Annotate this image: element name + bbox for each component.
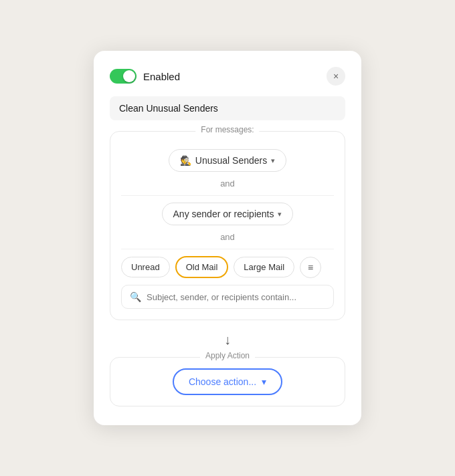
- search-input[interactable]: [147, 292, 325, 302]
- and-connector-2: and: [121, 232, 334, 242]
- recipient-dropdown-arrow: ▾: [278, 210, 282, 219]
- arrow-down-section: ↓: [110, 332, 345, 348]
- conditions-card: For messages: 🕵 Unusual Senders ▾ and An…: [110, 131, 345, 320]
- more-chips-button[interactable]: ≡: [300, 257, 321, 278]
- divider-1: [121, 195, 334, 196]
- unusual-senders-icon: 🕵: [180, 155, 191, 166]
- enabled-label: Enabled: [143, 71, 180, 82]
- sender-filter-label: Unusual Senders: [195, 155, 267, 166]
- action-card: Apply Action Choose action... ▾: [110, 357, 345, 406]
- header-left: Enabled: [110, 69, 180, 84]
- search-icon: 🔍: [130, 291, 141, 302]
- chip-unread[interactable]: Unread: [121, 257, 170, 277]
- sender-filter-dropdown[interactable]: 🕵 Unusual Senders ▾: [169, 149, 286, 172]
- choose-action-arrow: ▾: [262, 376, 266, 387]
- main-dialog: Enabled × For messages: 🕵 Unusual Sender…: [94, 51, 361, 425]
- enabled-toggle[interactable]: [110, 69, 136, 84]
- and-connector-1: and: [121, 178, 334, 189]
- filter-chips-row: Unread Old Mail Large Mail ≡: [121, 256, 334, 278]
- search-row: 🔍: [121, 285, 334, 309]
- toggle-thumb: [123, 70, 135, 82]
- recipient-filter-row: Any sender or recipients ▾: [121, 203, 334, 225]
- more-chips-icon: ≡: [308, 262, 313, 273]
- rule-name-input[interactable]: [110, 96, 345, 120]
- chip-old-mail[interactable]: Old Mail: [175, 256, 229, 278]
- choose-action-button[interactable]: Choose action... ▾: [173, 368, 282, 395]
- sender-dropdown-arrow: ▾: [271, 156, 275, 165]
- chip-large-mail[interactable]: Large Mail: [234, 257, 294, 277]
- arrow-down-icon: ↓: [224, 332, 231, 348]
- close-button[interactable]: ×: [327, 67, 345, 86]
- sender-filter-row: 🕵 Unusual Senders ▾: [121, 149, 334, 172]
- choose-action-label: Choose action...: [189, 376, 256, 387]
- recipient-filter-label: Any sender or recipients: [173, 209, 274, 219]
- for-messages-label: For messages:: [195, 125, 259, 134]
- dialog-header: Enabled ×: [110, 67, 345, 86]
- recipient-filter-dropdown[interactable]: Any sender or recipients ▾: [162, 203, 294, 225]
- divider-2: [121, 249, 334, 249]
- apply-action-label: Apply Action: [200, 351, 255, 360]
